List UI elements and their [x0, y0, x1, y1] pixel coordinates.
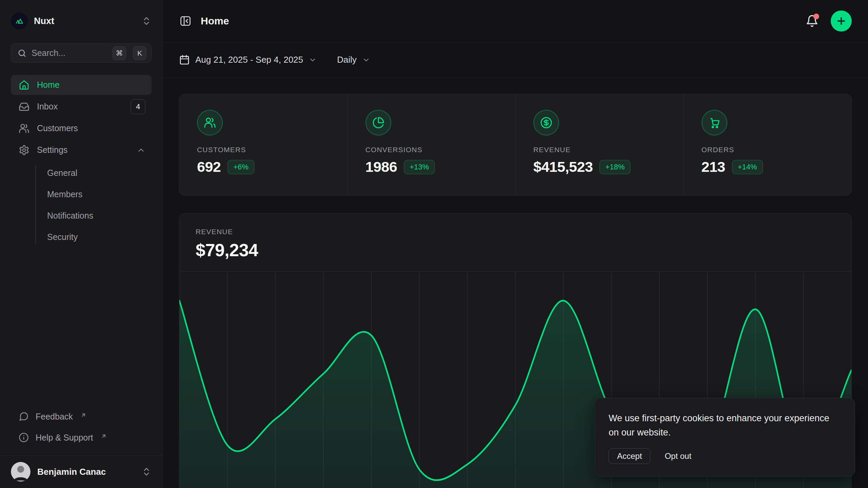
notification-dot — [813, 14, 819, 19]
stat-change-badge: +18% — [599, 160, 630, 174]
opt-out-button[interactable]: Opt out — [665, 451, 691, 461]
stat-label: CUSTOMERS — [197, 146, 330, 154]
chat-bubble-icon — [19, 411, 29, 422]
cookie-message: We use first-party cookies to enhance yo… — [609, 411, 841, 440]
stat-label: ORDERS — [702, 146, 834, 154]
stat-orders[interactable]: ORDERS 213 +14% — [684, 94, 852, 195]
sidebar-item-label: Inbox — [37, 102, 58, 111]
sidebar: Nuxt ⌘ K Home — [0, 0, 163, 488]
search-input[interactable] — [32, 48, 108, 58]
sidebar-item-label: Home — [37, 80, 60, 90]
add-button[interactable] — [831, 11, 852, 32]
pie-chart-icon — [366, 110, 391, 136]
external-link-icon — [80, 410, 86, 420]
granularity-value: Daily — [337, 55, 357, 65]
help-support-link[interactable]: Help & Support — [11, 428, 152, 447]
sidebar-item-notifications[interactable]: Notifications — [22, 205, 141, 226]
stat-value: 213 — [702, 159, 725, 175]
search-box[interactable]: ⌘ K — [11, 43, 152, 63]
settings-subnav: General Members Notifications Security — [22, 162, 141, 248]
stat-change-badge: +13% — [404, 160, 435, 174]
stat-change-badge: +14% — [732, 160, 763, 174]
user-name: Benjamin Canac — [37, 467, 106, 477]
filter-bar: Aug 21, 2025 - Sep 4, 2025 Daily — [163, 42, 868, 78]
stat-label: REVENUE — [533, 146, 666, 154]
sidebar-item-general[interactable]: General — [22, 162, 141, 184]
chevrons-up-down-icon — [141, 16, 152, 26]
main-area: Home Au — [163, 0, 868, 488]
page-title: Home — [201, 15, 229, 27]
stat-customers[interactable]: CUSTOMERS 692 +6% — [179, 94, 348, 195]
sidebar-item-security[interactable]: Security — [22, 226, 141, 248]
footer-link-label: Help & Support — [36, 433, 93, 443]
cart-icon — [702, 110, 727, 136]
accept-cookies-button[interactable]: Accept — [609, 448, 650, 464]
footer-link-label: Feedback — [36, 412, 73, 422]
revenue-chart-label: REVENUE — [196, 228, 835, 236]
topbar: Home — [163, 0, 868, 42]
users-icon — [19, 123, 29, 134]
date-range-value: Aug 21, 2025 - Sep 4, 2025 — [195, 55, 303, 65]
dollar-circle-icon — [533, 110, 559, 136]
sidebar-item-customers[interactable]: Customers — [11, 118, 152, 138]
home-icon — [19, 80, 29, 90]
workspace-switcher[interactable]: Nuxt — [11, 12, 152, 30]
feedback-link[interactable]: Feedback — [11, 407, 152, 426]
sidebar-nav: Home Inbox 4 Customers — [11, 75, 152, 248]
stats-card: CUSTOMERS 692 +6% CONVERSIONS 1986 +13% — [179, 94, 852, 196]
chevrons-up-down-icon — [141, 467, 152, 477]
sidebar-item-label: Settings — [37, 145, 67, 155]
stat-value: $415,523 — [533, 159, 593, 175]
inbox-icon — [19, 101, 29, 112]
stat-revenue[interactable]: REVENUE $415,523 +18% — [515, 94, 684, 195]
search-icon — [17, 48, 27, 58]
stat-value: 692 — [197, 159, 221, 175]
nuxt-logo-icon — [11, 13, 28, 29]
stat-change-badge: +6% — [228, 160, 254, 174]
stat-conversions[interactable]: CONVERSIONS 1986 +13% — [348, 94, 516, 195]
sidebar-item-inbox[interactable]: Inbox 4 — [11, 97, 152, 117]
chevron-down-icon — [362, 56, 370, 64]
notifications-button[interactable] — [806, 15, 818, 27]
user-menu[interactable]: Benjamin Canac — [0, 455, 162, 488]
calendar-icon — [179, 55, 190, 65]
chevron-down-icon — [309, 56, 317, 64]
granularity-select[interactable]: Daily — [337, 55, 370, 65]
sidebar-spacer — [0, 248, 162, 407]
gear-icon — [19, 145, 29, 156]
info-circle-icon — [19, 432, 29, 443]
kbd-k: K — [133, 46, 146, 60]
stat-value: 1986 — [366, 159, 397, 175]
revenue-chart-value: $79,234 — [196, 240, 835, 260]
sidebar-item-members[interactable]: Members — [22, 184, 141, 205]
avatar — [11, 462, 31, 482]
sidebar-item-label: Customers — [37, 123, 78, 133]
users-icon — [197, 110, 223, 136]
sidebar-item-settings[interactable]: Settings — [11, 140, 152, 160]
cookie-consent-toast: We use first-party cookies to enhance yo… — [595, 398, 855, 476]
stat-label: CONVERSIONS — [366, 146, 498, 154]
workspace-name: Nuxt — [34, 16, 54, 26]
external-link-icon — [101, 431, 107, 441]
collapse-sidebar-button[interactable] — [179, 15, 192, 27]
chevron-up-icon — [137, 146, 145, 155]
date-range-select[interactable]: Aug 21, 2025 - Sep 4, 2025 — [179, 55, 317, 65]
inbox-count-badge: 4 — [131, 99, 145, 114]
sidebar-item-home[interactable]: Home — [11, 75, 152, 95]
sidebar-footer-links: Feedback Help & Support — [11, 407, 152, 447]
kbd-cmd: ⌘ — [113, 46, 126, 60]
